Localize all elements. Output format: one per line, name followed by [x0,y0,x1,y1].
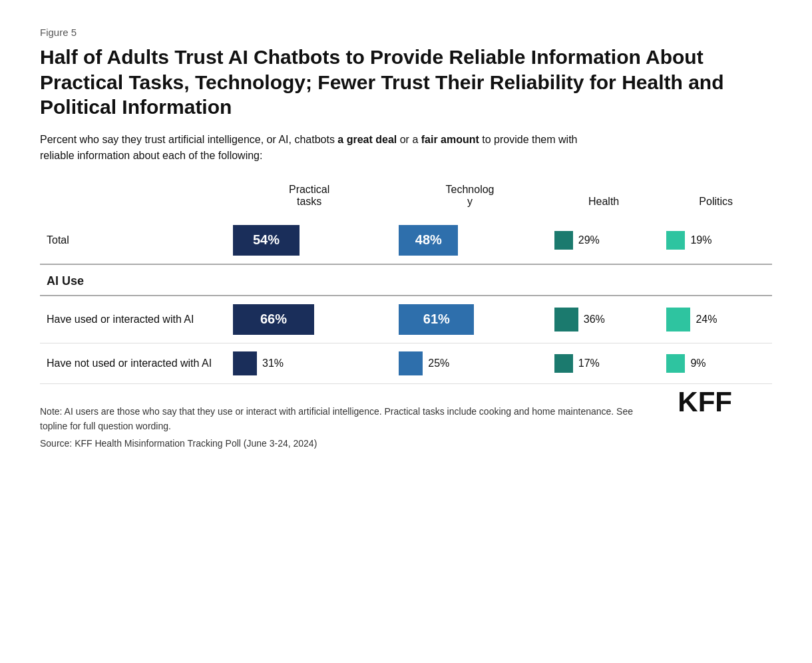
col-header-empty [40,184,226,217]
bar-pct-3-0: 31% [262,357,284,369]
bar-container-0-2: 29% [554,231,654,250]
col-header-politics: Politics [660,184,772,217]
value-cell-0-1: 48% [392,217,548,264]
subtitle-bold2: fair amount [421,134,479,145]
bar-2-0: 66% [233,304,314,335]
bar-pct-3-2: 17% [578,357,600,369]
bar-container-0-0: 54% [233,225,385,256]
bar-container-2-0: 66% [233,304,385,335]
bar-container-3-2: 17% [554,354,654,373]
value-cell-3-3: 9% [660,343,772,383]
value-cell-0-3: 19% [660,217,772,264]
bar-0-1: 48% [399,225,458,256]
row-label-2: Have used or interacted with AI [40,296,226,343]
bar-3-0 [233,351,257,375]
value-cell-0-0: 54% [226,217,392,264]
value-cell-0-2: 29% [548,217,660,264]
bar-3-2 [554,354,573,373]
row-label-3: Have not used or interacted with AI [40,343,226,383]
value-cell-3-2: 17% [548,343,660,383]
bar-container-2-1: 61% [399,304,541,335]
bar-container-3-1: 25% [399,351,541,375]
bar-pct-0-3: 19% [690,234,711,246]
bar-container-3-3: 9% [666,354,765,373]
bar-container-2-3: 24% [666,308,765,332]
chart-subtitle: Percent who say they trust artificial in… [40,132,586,164]
source-text: Source: KFF Health Misinformation Tracki… [40,436,639,451]
value-cell-2-1: 61% [392,296,548,343]
value-cell-3-0: 31% [226,343,392,383]
bar-0-2 [554,231,573,250]
figure-label: Figure 5 [40,27,772,38]
value-cell-3-1: 25% [392,343,548,383]
bar-container-0-3: 19% [666,231,765,250]
col-header-health: Health [548,184,660,217]
col-header-technology: Technology [392,184,548,217]
bar-pct-2-3: 24% [696,314,717,326]
subtitle-plain: Percent who say they trust artificial in… [40,134,337,145]
note-text: Note: AI users are those who say that th… [40,404,639,434]
bar-2-3 [666,308,690,332]
subtitle-middle: or a [397,134,421,145]
bar-pct-3-1: 25% [428,357,449,369]
col-header-practical: Practicaltasks [226,184,392,217]
data-table: Practicaltasks Technology Health Politic… [40,184,772,384]
bar-container-0-1: 48% [399,225,541,256]
footer: Note: AI users are those who say that th… [40,404,772,451]
bar-2-2 [554,308,578,332]
row-label-0: Total [40,217,226,264]
bar-2-1: 61% [399,304,474,335]
bar-container-3-0: 31% [233,351,385,375]
bar-container-2-2: 36% [554,308,654,332]
subtitle-bold1: a great deal [337,134,397,145]
value-cell-2-0: 66% [226,296,392,343]
bar-pct-2-2: 36% [584,314,605,326]
bar-0-0: 54% [233,225,300,256]
kff-logo: KFF [678,386,732,418]
value-cell-2-3: 24% [660,296,772,343]
bar-3-3 [666,354,685,373]
section-header-row: AI Use [40,264,772,296]
chart-title: Half of Adults Trust AI Chatbots to Prov… [40,45,772,120]
bar-pct-0-2: 29% [578,234,600,246]
bar-pct-3-3: 9% [690,357,706,369]
value-cell-2-2: 36% [548,296,660,343]
bar-0-3 [666,231,685,250]
bar-3-1 [399,351,423,375]
